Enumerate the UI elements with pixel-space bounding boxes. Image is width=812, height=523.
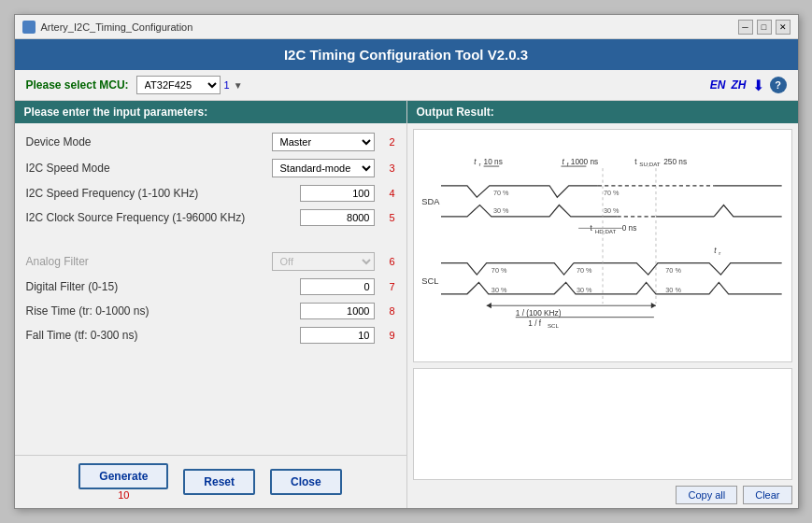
svg-text:SCL: SCL bbox=[421, 276, 438, 286]
i2c-diagram: t r 10 ns t f 1000 ns t SU;DAT 250 ns SD… bbox=[414, 130, 791, 361]
restore-button[interactable]: □ bbox=[757, 20, 772, 35]
mcu-label: Please select MCU: bbox=[26, 78, 129, 92]
svg-text:30 %: 30 % bbox=[492, 206, 508, 215]
speed-mode-select[interactable]: Standard-mode Fast-mode Fast-mode Plus bbox=[272, 159, 375, 177]
svg-text:t: t bbox=[634, 158, 637, 166]
clock-freq-label: I2C Clock Source Frequency (1-96000 KHz) bbox=[26, 211, 300, 224]
mcu-dropdown-icon: ▼ bbox=[234, 80, 243, 91]
digital-filter-input[interactable] bbox=[300, 278, 375, 295]
diagram-area: t r 10 ns t f 1000 ns t SU;DAT 250 ns SD… bbox=[413, 129, 792, 362]
copy-all-button[interactable]: Copy all bbox=[676, 486, 737, 504]
fall-time-label: Fall Time (tf: 0-300 ns) bbox=[26, 329, 300, 342]
clock-freq-wrap: 5 bbox=[300, 209, 395, 226]
svg-text:t: t bbox=[562, 158, 564, 166]
svg-text:t: t bbox=[474, 158, 477, 166]
mcu-select[interactable]: AT32F425 AT32F403 AT32F407 bbox=[136, 76, 221, 94]
param-row-rise-time: Rise Time (tr: 0-1000 ns) 8 bbox=[26, 303, 395, 319]
output-text-area[interactable] bbox=[413, 368, 792, 480]
help-button[interactable]: ? bbox=[770, 77, 787, 93]
svg-text:30 %: 30 % bbox=[491, 286, 506, 294]
svg-text:250 ns: 250 ns bbox=[663, 158, 687, 166]
clock-freq-num: 5 bbox=[378, 212, 395, 223]
param-row-clock-freq: I2C Clock Source Frequency (1-96000 KHz)… bbox=[26, 209, 395, 226]
generate-num: 10 bbox=[118, 489, 129, 501]
svg-text:0 ns: 0 ns bbox=[621, 224, 636, 233]
download-button[interactable]: ⬇ bbox=[752, 77, 764, 94]
svg-text:30 %: 30 % bbox=[577, 286, 592, 294]
generate-btn-wrapper: Generate 10 bbox=[78, 463, 168, 501]
svg-text:f: f bbox=[566, 161, 568, 167]
close-button[interactable]: Close bbox=[270, 469, 342, 495]
svg-text:70 %: 70 % bbox=[577, 266, 592, 275]
titlebar-left: Artery_I2C_Timing_Configuration bbox=[22, 21, 193, 34]
mcu-bar: Please select MCU: AT32F425 AT32F403 AT3… bbox=[15, 70, 798, 101]
clear-button[interactable]: Clear bbox=[743, 486, 791, 504]
svg-text:70 %: 70 % bbox=[491, 266, 506, 275]
param-row-fall-time: Fall Time (tf: 0-300 ns) 9 bbox=[26, 327, 395, 344]
lang-controls: EN ZH ⬇ ? bbox=[710, 77, 787, 94]
right-panel: Output Result: t r 10 ns t f 1000 ns bbox=[407, 101, 798, 508]
speed-freq-label: I2C Speed Frequency (1-100 KHz) bbox=[26, 187, 300, 200]
param-row-speed-freq: I2C Speed Frequency (1-100 KHz) 4 bbox=[26, 185, 395, 202]
svg-text:1 / (100 KHz): 1 / (100 KHz) bbox=[515, 309, 561, 318]
output-buttons: Copy all Clear bbox=[407, 484, 798, 508]
analog-filter-label: Analog Filter bbox=[26, 255, 272, 268]
svg-marker-34 bbox=[486, 303, 491, 308]
svg-text:t: t bbox=[590, 224, 592, 233]
titlebar: Artery_I2C_Timing_Configuration ─ □ ✕ bbox=[15, 15, 798, 39]
svg-text:1 / f: 1 / f bbox=[528, 319, 541, 328]
svg-marker-35 bbox=[650, 303, 655, 308]
lang-en-button[interactable]: EN bbox=[710, 78, 726, 92]
lang-zh-button[interactable]: ZH bbox=[732, 78, 747, 92]
device-mode-wrap: Master Slave 2 bbox=[272, 133, 395, 151]
rise-time-wrap: 8 bbox=[300, 303, 395, 319]
speed-freq-wrap: 4 bbox=[300, 185, 395, 202]
param-row-device-mode: Device Mode Master Slave 2 bbox=[26, 133, 395, 151]
svg-text:70 %: 70 % bbox=[492, 189, 508, 197]
rise-time-input[interactable] bbox=[300, 303, 375, 319]
mcu-select-wrap: AT32F425 AT32F403 AT32F407 1 ▼ bbox=[136, 76, 243, 94]
svg-text:r: r bbox=[478, 161, 480, 167]
mcu-left: Please select MCU: AT32F425 AT32F403 AT3… bbox=[26, 76, 243, 94]
rise-time-label: Rise Time (tr: 0-1000 ns) bbox=[26, 304, 300, 318]
fall-time-wrap: 9 bbox=[300, 327, 395, 344]
minimize-button[interactable]: ─ bbox=[738, 20, 753, 35]
svg-text:30 %: 30 % bbox=[604, 206, 620, 215]
speed-mode-num: 3 bbox=[378, 163, 395, 174]
close-btn-wrapper: Close bbox=[270, 469, 342, 495]
digital-filter-wrap: 7 bbox=[300, 278, 395, 295]
clock-freq-input[interactable] bbox=[300, 209, 375, 226]
main-window: Artery_I2C_Timing_Configuration ─ □ ✕ I2… bbox=[14, 14, 799, 509]
svg-text:1000 ns: 1000 ns bbox=[570, 158, 597, 166]
params-area: Device Mode Master Slave 2 I2C Speed Mod… bbox=[15, 123, 406, 455]
titlebar-controls: ─ □ ✕ bbox=[738, 20, 791, 35]
analog-filter-select[interactable]: Off On bbox=[272, 252, 375, 271]
reset-btn-wrapper: Reset bbox=[183, 469, 255, 495]
svg-text:r: r bbox=[719, 249, 720, 256]
left-panel: Please enter the input parameters: Devic… bbox=[15, 101, 407, 508]
svg-text:SDA: SDA bbox=[421, 197, 440, 206]
svg-text:SCL: SCL bbox=[547, 322, 559, 329]
analog-filter-wrap: Off On 6 bbox=[272, 252, 395, 271]
generate-button[interactable]: Generate bbox=[78, 463, 168, 489]
fall-time-num: 9 bbox=[378, 330, 395, 341]
button-bar: Generate 10 Reset Close bbox=[15, 455, 406, 508]
digital-filter-num: 7 bbox=[378, 281, 395, 292]
reset-button[interactable]: Reset bbox=[183, 469, 255, 495]
left-panel-header: Please enter the input parameters: bbox=[15, 101, 406, 123]
speed-freq-input[interactable] bbox=[300, 185, 375, 202]
device-mode-num: 2 bbox=[378, 136, 395, 148]
fall-time-input[interactable] bbox=[300, 327, 375, 344]
svg-text:70 %: 70 % bbox=[665, 266, 681, 275]
svg-text:SU;DAT: SU;DAT bbox=[639, 161, 660, 167]
svg-text:t: t bbox=[714, 247, 717, 255]
close-button[interactable]: ✕ bbox=[776, 20, 791, 35]
svg-text:10 ns: 10 ns bbox=[483, 158, 502, 166]
param-row-analog-filter: Analog Filter Off On 6 bbox=[26, 252, 395, 271]
right-panel-header: Output Result: bbox=[407, 101, 798, 123]
mcu-num: 1 bbox=[224, 79, 230, 91]
rise-time-num: 8 bbox=[378, 305, 395, 317]
speed-mode-label: I2C Speed Mode bbox=[26, 162, 272, 175]
window-title: Artery_I2C_Timing_Configuration bbox=[41, 21, 193, 33]
device-mode-select[interactable]: Master Slave bbox=[272, 133, 375, 151]
